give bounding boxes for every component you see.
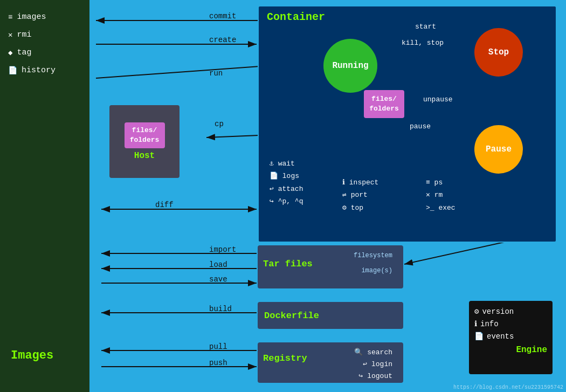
save-label: save: [209, 275, 227, 284]
list-icon: ≡: [8, 13, 12, 22]
push-label: push: [209, 359, 227, 367]
pause-state: Pause: [474, 125, 523, 174]
dockerfile-box: Dockerfile: [258, 302, 403, 329]
import-label: import: [209, 245, 236, 254]
dockerfile-title: Dockerfile: [264, 311, 319, 321]
commands-mid: ℹ inspect ⇌ port ⚙ top: [342, 176, 378, 214]
tag-icon: ◆: [8, 48, 12, 57]
host-box: files/folders Host: [109, 105, 180, 178]
registry-logout: ↪ logout: [359, 372, 392, 380]
sidebar-item-images[interactable]: ≡ images: [5, 8, 84, 26]
engine-label: Engine: [474, 345, 547, 355]
commands-left: ⚓ wait 📄 logs ↩ attach ↪ ^p, ^q: [270, 157, 303, 208]
engine-box: ⚙ version ℹ info 📄 events Engine: [469, 301, 553, 374]
pull-label: pull: [209, 342, 227, 351]
files-container-box: files/folders: [364, 90, 404, 118]
create-label: create: [209, 36, 236, 44]
load-label: load: [209, 260, 227, 269]
sidebar-item-history[interactable]: 📄 history: [5, 61, 84, 79]
x-icon: ✕: [8, 30, 12, 39]
container-box: Container Running Stop Pause start kill,…: [258, 5, 557, 243]
engine-info: ℹ info: [474, 318, 547, 330]
images-section-label: Images: [5, 349, 84, 362]
stop-state: Stop: [474, 28, 523, 77]
tar-sub1: filesystem: [354, 252, 392, 259]
registry-search: 🔍 search: [354, 348, 392, 356]
registry-login: ↩ login: [363, 360, 392, 368]
registry-box: Registry 🔍 search ↩ login ↪ logout: [258, 342, 403, 383]
sidebar: ≡ images ✕ rmi ◆ tag 📄 history Images: [0, 0, 91, 392]
watermark: https://blog.csdn.net/su2231595742: [453, 384, 563, 390]
sidebar-item-tag[interactable]: ◆ tag: [5, 44, 84, 61]
gear-icon: ⚙: [474, 307, 479, 316]
commit-label: commit: [209, 12, 236, 20]
info-icon: ℹ: [474, 319, 477, 328]
tar-sub2: image(s): [361, 267, 392, 274]
unpause-label: unpause: [423, 95, 453, 104]
diff-label: diff: [155, 201, 174, 209]
engine-version: ⚙ version: [474, 305, 547, 318]
run-label: run: [209, 69, 223, 78]
doc-icon2: 📄: [474, 332, 484, 341]
start-label: start: [415, 23, 436, 31]
engine-events: 📄 events: [474, 330, 547, 342]
tar-title: Tar files: [263, 259, 313, 269]
running-state: Running: [323, 39, 377, 93]
sidebar-item-rmi[interactable]: ✕ rmi: [5, 26, 84, 44]
container-title: Container: [259, 6, 556, 27]
host-label: Host: [134, 151, 155, 161]
kill-stop-label: kill, stop: [402, 39, 444, 47]
build-label: build: [209, 305, 232, 313]
pause-label: pause: [410, 122, 431, 130]
tar-files-box: Tar files filesystem image(s): [258, 245, 403, 288]
main-area: commit create run diff import load save …: [91, 0, 566, 392]
commands-right: ≡ ps ✕ rm >_ exec: [426, 176, 455, 214]
host-files-box: files/folders: [125, 122, 165, 148]
doc-icon: 📄: [8, 66, 17, 75]
registry-title: Registry: [263, 353, 307, 363]
cp-label: cp: [215, 120, 224, 128]
